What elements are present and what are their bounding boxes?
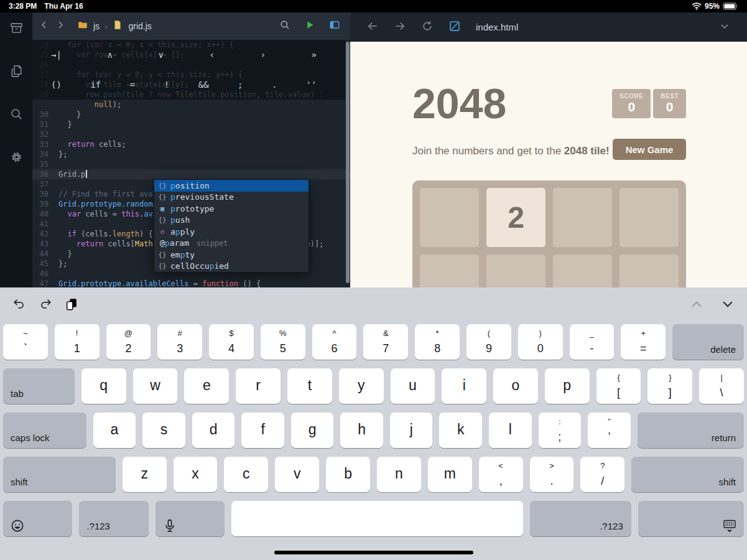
- redo-icon[interactable]: [39, 297, 52, 311]
- key-shift[interactable]: shift: [3, 457, 116, 492]
- code-editor[interactable]: 24 for (var x = 0; x < this.size; x++) {…: [32, 40, 350, 287]
- key-x[interactable]: x: [174, 457, 218, 492]
- key-emoji-icon[interactable]: [3, 501, 72, 536]
- key-space[interactable]: [231, 501, 522, 536]
- key-f[interactable]: f: [241, 413, 284, 448]
- key-i[interactable]: i: [442, 368, 486, 404]
- key-][interactable]: }]: [647, 368, 692, 404]
- key-2[interactable]: @2: [106, 324, 151, 360]
- autocomplete-item[interactable]: {}position: [154, 180, 309, 192]
- key-/[interactable]: ?/: [580, 457, 624, 492]
- browser-forward-icon[interactable]: [394, 20, 406, 35]
- key-w[interactable]: w: [133, 368, 178, 404]
- key-caps-lock[interactable]: caps lock: [3, 413, 86, 448]
- accessory-key[interactable]: ∧: [107, 50, 112, 60]
- accessory-key[interactable]: ›: [260, 50, 265, 60]
- key-s[interactable]: s: [142, 413, 185, 448]
- accessory-key[interactable]: ;: [238, 80, 243, 90]
- run-icon[interactable]: [304, 19, 315, 33]
- nav-forward-icon[interactable]: [55, 19, 66, 33]
- accessory-key[interactable]: .: [272, 80, 277, 90]
- key-return[interactable]: return: [638, 413, 744, 448]
- accessory-key[interactable]: !: [164, 80, 169, 90]
- key-q[interactable]: q: [81, 368, 126, 404]
- key-r[interactable]: r: [236, 368, 281, 404]
- key-tab[interactable]: tab: [3, 368, 75, 404]
- undo-icon[interactable]: [12, 297, 26, 311]
- accessory-key[interactable]: if: [90, 80, 101, 90]
- paste-icon[interactable]: [65, 297, 78, 311]
- accessory-key[interactable]: ∨: [158, 50, 163, 60]
- autocomplete-item[interactable]: @paramsnippet: [154, 238, 309, 250]
- key-=[interactable]: +=: [621, 324, 666, 360]
- key-c[interactable]: c: [224, 457, 268, 492]
- key-4[interactable]: $4: [209, 324, 254, 360]
- autocomplete-item[interactable]: {}cellOccupied: [154, 261, 309, 273]
- key-.[interactable]: >.: [530, 457, 574, 492]
- accessory-key[interactable]: =: [130, 80, 135, 90]
- key-e[interactable]: e: [184, 368, 229, 404]
- key-p[interactable]: p: [545, 368, 590, 404]
- key-d[interactable]: d: [192, 413, 235, 448]
- accessory-key[interactable]: »: [312, 50, 317, 60]
- keyboard-collapse-down-icon[interactable]: [721, 297, 735, 311]
- key-7[interactable]: &7: [363, 324, 408, 360]
- key-mic-icon[interactable]: [155, 501, 225, 536]
- key--[interactable]: _-: [570, 324, 615, 360]
- autocomplete-item[interactable]: ▣prototype: [154, 203, 309, 215]
- browser-reload-icon[interactable]: [421, 20, 434, 35]
- editor-scrollbar[interactable]: [346, 42, 350, 283]
- key-`[interactable]: ~`: [3, 324, 48, 360]
- key-8[interactable]: *8: [415, 324, 460, 360]
- accessory-key[interactable]: ‹: [209, 50, 214, 60]
- key-h[interactable]: h: [340, 413, 383, 448]
- key-1[interactable]: !1: [55, 324, 100, 360]
- key-,[interactable]: <,: [479, 457, 523, 492]
- key-l[interactable]: l: [489, 413, 532, 448]
- key-o[interactable]: o: [493, 368, 538, 404]
- key-k[interactable]: k: [439, 413, 482, 448]
- breadcrumb-file[interactable]: grid.js: [128, 21, 151, 31]
- new-game-button[interactable]: New Game: [613, 139, 686, 160]
- key-shift[interactable]: shift: [631, 457, 744, 492]
- files-icon[interactable]: [9, 64, 24, 81]
- key-m[interactable]: m: [428, 457, 472, 492]
- autocomplete-item[interactable]: {}push: [154, 215, 309, 226]
- autocomplete-item[interactable]: {}empty: [154, 249, 309, 261]
- key-g[interactable]: g: [291, 413, 334, 448]
- archive-icon[interactable]: [9, 21, 24, 38]
- accessory-key[interactable]: →|: [51, 50, 62, 60]
- key-;[interactable]: :;: [539, 413, 582, 448]
- key-u[interactable]: u: [391, 368, 435, 404]
- key-0[interactable]: )0: [518, 324, 563, 360]
- key-\[interactable]: |\: [699, 368, 744, 404]
- autocomplete-item[interactable]: ◇apply: [154, 226, 309, 238]
- key-9[interactable]: (9: [466, 324, 511, 360]
- editor-search-icon[interactable]: [279, 19, 290, 33]
- nav-back-icon[interactable]: [39, 19, 50, 33]
- accessory-key[interactable]: &&: [198, 80, 209, 90]
- key-y[interactable]: y: [339, 368, 384, 404]
- accessory-key[interactable]: (): [51, 80, 62, 90]
- key-.?123[interactable]: .?123: [530, 501, 631, 536]
- key-a[interactable]: a: [93, 413, 136, 448]
- accessory-key[interactable]: '': [306, 80, 317, 90]
- key-b[interactable]: b: [326, 457, 370, 492]
- key-[[interactable]: {[: [596, 368, 641, 404]
- autocomplete-item[interactable]: {}previousState: [154, 192, 309, 203]
- key-5[interactable]: %5: [261, 324, 305, 360]
- breadcrumb-folder[interactable]: js: [93, 21, 100, 31]
- key-n[interactable]: n: [377, 457, 421, 492]
- preview-panel-icon[interactable]: [329, 19, 340, 33]
- key-6[interactable]: ^6: [312, 324, 357, 360]
- key-3[interactable]: #3: [157, 324, 202, 360]
- key-.?123[interactable]: .?123: [79, 501, 148, 536]
- key-’[interactable]: ”’: [588, 413, 631, 448]
- home-indicator[interactable]: [274, 551, 473, 554]
- search-icon[interactable]: [9, 107, 24, 124]
- settings-gear-icon[interactable]: [9, 150, 24, 167]
- browser-dropdown-icon[interactable]: [718, 20, 731, 35]
- address-text[interactable]: index.html: [476, 22, 518, 32]
- key-delete[interactable]: delete: [672, 324, 744, 360]
- key-v[interactable]: v: [275, 457, 319, 492]
